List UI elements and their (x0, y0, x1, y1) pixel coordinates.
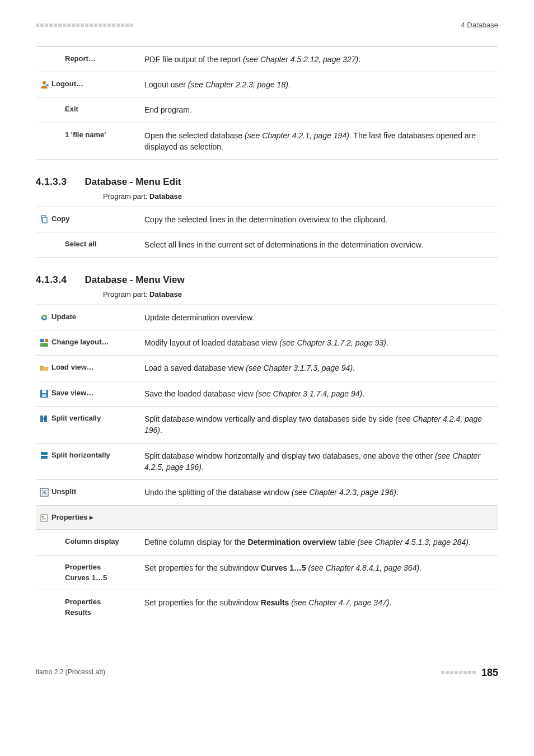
menu-row-description: Load a saved database view (see Chapter … (144, 362, 498, 374)
menu-row-label: Split horizontally (49, 450, 144, 473)
menu-row-description: Split database window vertically and dis… (144, 413, 498, 436)
menu-row-label: Column display (49, 536, 144, 548)
description-segment: Open the selected database (144, 131, 245, 140)
menu-row-icon (36, 388, 49, 399)
description-segment: Set properties for the subwindow (144, 563, 261, 572)
description-segment: . (419, 563, 421, 572)
footer-product: tiamo 2.2 (ProcessLab) (36, 668, 105, 677)
menu-row-col_display: Column displayDefine column display for … (36, 530, 498, 555)
section-title: Database - Menu View (85, 273, 185, 287)
split-horizontal-icon (40, 450, 49, 460)
menu-row-icon (36, 54, 49, 65)
description-segment: Select all lines in the current set of d… (144, 240, 423, 249)
menu-row-filename: 1 'file name'Open the selected database … (36, 123, 498, 160)
menu-row-icon (36, 487, 49, 498)
menu-row-icon (36, 104, 49, 115)
description-segment: Split database window horizontally and d… (144, 451, 435, 460)
menu-row-properties: Properties ▸ (36, 506, 498, 530)
menu-row-report: Report…PDF file output of the report (se… (36, 47, 498, 72)
menu-row-unsplit: UnsplitUndo the splitting of the databas… (36, 480, 498, 505)
menu-row-label: Split vertically (49, 413, 144, 436)
menu-row-icon (36, 130, 49, 153)
menu-row-split_h: Split horizontallySplit database window … (36, 444, 498, 480)
menu-row-description: Set properties for the subwindow Results… (144, 597, 498, 618)
menu-row-change_layout: Change layout…Modify layout of loaded da… (36, 330, 498, 356)
menu-row-description: Set properties for the subwindow Curves … (144, 562, 498, 584)
menu-row-label: Save view… (49, 388, 144, 399)
menu-row-description: Modify layout of loaded database view (s… (144, 337, 498, 348)
description-segment: . (386, 338, 388, 347)
description-segment: (see Chapter 4.2.3, page 196) (292, 488, 396, 497)
description-segment: . (358, 55, 360, 64)
description-segment: (see Chapter 4.8.4.1, page 364) (308, 563, 419, 572)
menu-row-description: End program. (144, 104, 498, 115)
description-segment: Modify layout of loaded database view (144, 338, 279, 347)
description-segment: (see Chapter 3.1.7.2, page 93) (279, 338, 386, 347)
properties-icon (40, 512, 49, 522)
section-heading-view: 4.1.3.4 Database - Menu View (36, 273, 498, 287)
menu-row-icon (36, 337, 49, 348)
menu-row-icon (36, 312, 49, 323)
description-segment: Copy the selected lines in the determina… (144, 215, 387, 224)
description-segment: End program. (144, 105, 192, 114)
header-section-label: 4 Database (461, 20, 499, 31)
menu-row-description: Logout user (see Chapter 2.2.3, page 18)… (144, 79, 498, 90)
description-segment: (see Chapter 4.2.1, page 194) (245, 131, 349, 140)
view-menu-table: UpdateUpdate determination overview.Chan… (36, 305, 498, 625)
menu-row-label: Select all (49, 239, 144, 250)
description-segment: Update determination overview. (144, 313, 254, 322)
description-segment: Curves 1…5 (261, 563, 306, 572)
menu-row-label: Report… (49, 54, 144, 65)
menu-row-icon (36, 239, 49, 250)
description-segment: . (469, 538, 471, 547)
description-segment: (see Chapter 4.7, page 347) (291, 598, 389, 607)
description-segment: (see Chapter 3.1.7.3, page 94) (246, 363, 353, 372)
section-number: 4.1.3.3 (36, 175, 67, 189)
section-caption-view: Program part: Database (103, 290, 498, 300)
description-segment: Split database window vertically and dis… (144, 414, 395, 423)
menu-row-description: PDF file output of the report (see Chapt… (144, 54, 498, 65)
menu-row-label: Properties Results (49, 597, 144, 618)
description-segment: Define column display for the (144, 538, 247, 547)
menu-row-label: Logout… (49, 79, 144, 90)
header-ornament-left (36, 24, 133, 27)
menu-row-label: Properties ▸ (49, 512, 144, 523)
menu-row-icon (36, 536, 49, 548)
menu-row-label: Unsplit (49, 487, 144, 498)
description-segment: Save the loaded database view (144, 389, 255, 398)
menu-row-description: Update determination overview. (144, 312, 498, 323)
description-segment: Determination overview (247, 538, 336, 547)
description-segment: . (202, 463, 204, 472)
menu-row-prop_curves: Properties Curves 1…5Set properties for … (36, 556, 498, 591)
menu-row-description: Select all lines in the current set of d… (144, 239, 498, 250)
menu-row-description: Undo the splitting of the database windo… (144, 487, 498, 498)
split-vertical-icon (40, 413, 49, 423)
description-segment: . (396, 488, 399, 497)
unsplit-icon (40, 487, 49, 497)
menu-row-description: Copy the selected lines in the determina… (144, 214, 498, 225)
menu-row-selectall: Select allSelect all lines in the curren… (36, 232, 498, 258)
menu-row-logout: Logout…Logout user (see Chapter 2.2.3, p… (36, 72, 498, 97)
menu-row-icon (36, 597, 49, 618)
menu-row-label: Load view… (49, 362, 144, 374)
page-footer: tiamo 2.2 (ProcessLab) 185 (36, 665, 498, 680)
menu-row-label: Change layout… (49, 337, 144, 348)
menu-row-label: Copy (49, 214, 144, 225)
menu-row-icon (36, 413, 49, 436)
description-segment: . (353, 363, 355, 372)
page-header: 4 Database (36, 20, 498, 31)
menu-row-label: Properties Curves 1…5 (49, 562, 144, 584)
section-title: Database - Menu Edit (85, 175, 181, 189)
footer-page-number: 185 (481, 665, 498, 680)
description-segment: Logout user (144, 80, 188, 89)
menu-row-prop_results: Properties ResultsSet properties for the… (36, 590, 498, 625)
menu-row-description: Open the selected database (see Chapter … (144, 130, 498, 153)
menu-row-description: Save the loaded database view (see Chapt… (144, 388, 498, 399)
menu-row-save_view: Save view…Save the loaded database view … (36, 381, 498, 407)
description-segment: (see Chapter 3.1.7.4, page 94) (255, 389, 362, 398)
description-segment: Set properties for the subwindow (144, 598, 261, 607)
description-segment: . (362, 389, 364, 398)
edit-menu-table: CopyCopy the selected lines in the deter… (36, 207, 498, 258)
menu-row-exit: ExitEnd program. (36, 97, 498, 123)
menu-row-icon (36, 214, 49, 225)
